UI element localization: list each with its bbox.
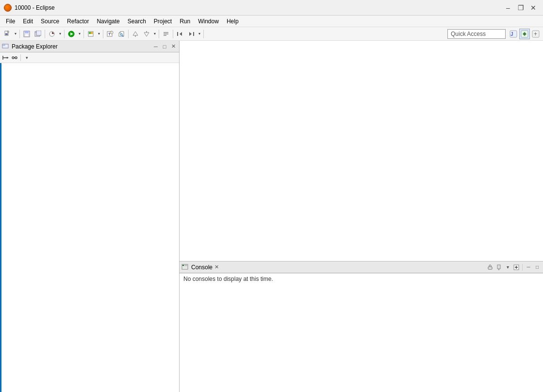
restore-button[interactable]: ❐	[515, 2, 527, 14]
separator-9	[203, 30, 204, 38]
editor-area: Console ✕ ▾ ─ □	[180, 41, 543, 392]
last-edit-location-button[interactable]	[161, 29, 171, 39]
package-explorer-close[interactable]: ✕	[169, 43, 177, 50]
package-explorer-panel: Package Explorer ─ □ ✕ ▾	[0, 41, 180, 392]
svg-rect-46	[182, 265, 184, 266]
svg-text:J: J	[510, 32, 513, 37]
console-close-mark: ✕	[214, 264, 219, 270]
forward-button[interactable]	[186, 29, 197, 39]
coverage-button[interactable]	[85, 29, 96, 39]
menu-navigate[interactable]: Navigate	[93, 16, 123, 27]
new-file-button[interactable]	[2, 29, 13, 39]
next-annotation-button[interactable]	[130, 29, 141, 39]
svg-marker-41	[7, 57, 9, 59]
left-accent	[0, 63, 1, 392]
package-explorer-maximize[interactable]: □	[161, 43, 168, 50]
menu-edit[interactable]: Edit	[19, 16, 37, 27]
annotation-dropdown[interactable]: ▾	[152, 29, 157, 39]
open-type-button[interactable]: T!	[105, 29, 115, 39]
separator-3	[64, 30, 65, 38]
panel-sep-1	[20, 54, 21, 61]
svg-rect-8	[36, 31, 41, 35]
console-scroll-lock[interactable]	[486, 263, 494, 271]
console-icon	[181, 263, 188, 271]
nav-dropdown[interactable]: ▾	[197, 29, 202, 39]
separator-2	[45, 30, 45, 38]
console-new[interactable]	[512, 263, 520, 271]
menu-source[interactable]: Source	[37, 16, 63, 27]
run-dropdown[interactable]: ▾	[77, 29, 82, 39]
editor-content	[180, 41, 543, 261]
title-bar-left: 10000 - Eclipse	[4, 4, 55, 12]
save-all-button[interactable]	[33, 29, 43, 39]
save-button[interactable]	[21, 29, 32, 39]
svg-text:+: +	[534, 31, 537, 37]
package-explorer-toolbar: ▾	[0, 52, 179, 63]
menu-refactor[interactable]: Refactor	[63, 16, 93, 27]
collapse-all-button[interactable]	[1, 53, 10, 62]
link-editor-button[interactable]	[10, 53, 19, 62]
console-controls: ▾ ─ □	[486, 263, 541, 271]
window-controls: – ❐ ✕	[502, 2, 539, 14]
console-message: No consoles to display at this time.	[183, 276, 273, 282]
menu-search[interactable]: Search	[124, 16, 150, 27]
open-resource-button[interactable]	[116, 29, 127, 39]
svg-marker-21	[133, 32, 138, 35]
menu-project[interactable]: Project	[150, 16, 176, 27]
back-button[interactable]	[175, 29, 185, 39]
console-maximize[interactable]: □	[533, 263, 541, 271]
console-panel: Console ✕ ▾ ─ □	[180, 261, 543, 392]
console-content: No consoles to display at this time.	[180, 273, 543, 392]
quick-access-input[interactable]: Quick Access	[447, 29, 506, 39]
menu-bar: File Edit Source Refactor Navigate Searc…	[0, 16, 543, 27]
svg-rect-38	[2, 44, 5, 46]
profile-button[interactable]	[47, 29, 57, 39]
separator-5	[103, 30, 103, 38]
menu-help[interactable]: Help	[223, 16, 243, 27]
console-title: Console	[189, 264, 213, 271]
svg-marker-23	[144, 33, 149, 36]
console-dropdown[interactable]: ▾	[504, 263, 511, 271]
minimize-button[interactable]: –	[502, 2, 514, 14]
view-menu-button[interactable]: ▾	[22, 53, 31, 62]
svg-rect-49	[488, 267, 492, 269]
svg-rect-50	[497, 265, 500, 269]
close-button[interactable]: ✕	[527, 2, 539, 14]
svg-marker-28	[180, 32, 182, 36]
new-file-dropdown[interactable]: ▾	[13, 29, 18, 39]
toolbar: ▾ ▾ ▾ ▾ T! ▾	[0, 27, 543, 41]
separator-8	[173, 30, 173, 38]
package-explorer-controls: ─ □ ✕	[152, 43, 177, 50]
quick-access-label: Quick Access	[451, 31, 486, 37]
package-explorer-content	[0, 63, 179, 392]
svg-rect-13	[89, 32, 91, 34]
run-button[interactable]	[66, 29, 77, 39]
svg-rect-2	[5, 34, 8, 35]
prev-annotation-button[interactable]	[141, 29, 152, 39]
title-bar: 10000 - Eclipse – ❐ ✕	[0, 0, 543, 16]
separator-7	[159, 30, 159, 38]
open-perspective-button[interactable]: +	[530, 29, 541, 39]
svg-rect-4	[25, 31, 29, 33]
coverage-dropdown[interactable]: ▾	[97, 29, 101, 39]
perspective-java-button[interactable]: J	[508, 29, 519, 39]
svg-rect-1	[5, 33, 8, 34]
menu-run[interactable]: Run	[176, 16, 194, 27]
package-explorer-minimize[interactable]: ─	[152, 43, 160, 50]
separator-1	[19, 30, 20, 38]
console-sep	[522, 264, 523, 271]
console-minimize[interactable]: ─	[525, 263, 532, 271]
package-explorer-header: Package Explorer ─ □ ✕	[0, 41, 179, 52]
svg-rect-14	[91, 32, 93, 34]
console-header: Console ✕ ▾ ─ □	[180, 261, 543, 273]
perspective-debug-button[interactable]	[519, 29, 530, 39]
separator-4	[83, 30, 84, 38]
profile-dropdown[interactable]: ▾	[58, 29, 63, 39]
console-pin[interactable]	[495, 263, 503, 271]
perspective-icons: J +	[508, 29, 541, 39]
main-area: Package Explorer ─ □ ✕ ▾	[0, 41, 543, 392]
separator-6	[128, 30, 129, 38]
svg-point-43	[15, 57, 17, 59]
menu-window[interactable]: Window	[194, 16, 223, 27]
menu-file[interactable]: File	[2, 16, 19, 27]
